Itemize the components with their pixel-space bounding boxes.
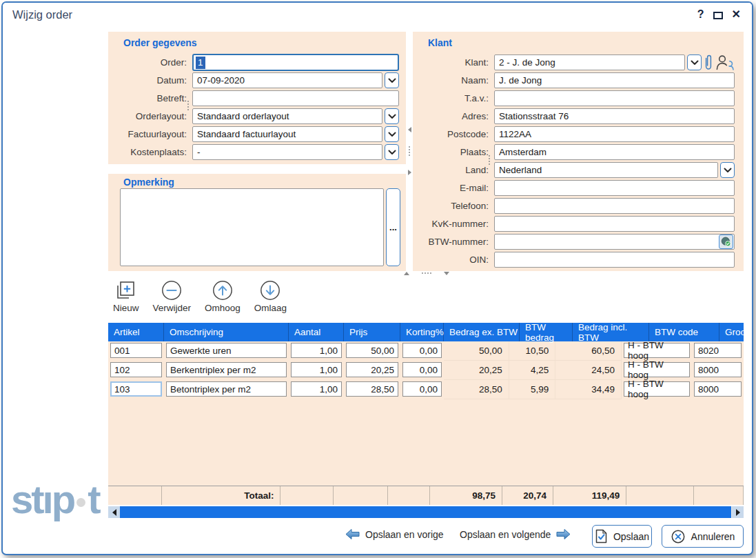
- factuurlayout-input[interactable]: Standaard factuurlayout: [192, 126, 382, 142]
- orderlayout-input[interactable]: Standaard orderlayout: [192, 108, 382, 124]
- horizontal-splitter[interactable]: [404, 270, 449, 277]
- cell-artikel[interactable]: 001: [110, 343, 162, 358]
- cancel-button[interactable]: Annuleren: [662, 525, 744, 548]
- klant-dropdown-button[interactable]: [687, 54, 702, 70]
- cell-aantal[interactable]: 1,00: [291, 381, 342, 397]
- oin-label: OIN:: [413, 255, 494, 265]
- scroll-right-button[interactable]: [732, 506, 744, 518]
- grid-toolbar: Nieuw Verwijder Omhoog Omlaag: [110, 278, 290, 315]
- datum-dropdown-button[interactable]: [385, 72, 399, 88]
- scroll-left-icon: [112, 509, 116, 516]
- col-header-btw-bedrag[interactable]: BTW bedrag: [520, 323, 573, 341]
- land-input[interactable]: Nederland: [494, 162, 718, 178]
- cell-btw-code[interactable]: H - BTW hoog: [624, 362, 690, 377]
- scroll-right-icon: [736, 509, 740, 516]
- col-header-bedrag-incl[interactable]: Bedrag incl. BTW: [573, 323, 649, 341]
- kostenplaats-input[interactable]: -: [192, 144, 382, 160]
- save-and-next-button[interactable]: Opslaan en volgende: [460, 528, 571, 540]
- cell-aantal[interactable]: 1,00: [291, 362, 342, 377]
- vertical-splitter[interactable]: [406, 127, 413, 175]
- cell-omschrijving[interactable]: Berkentriplex per m2: [166, 362, 287, 377]
- cell-artikel[interactable]: 102: [110, 362, 162, 377]
- land-row: Land: Nederland: [413, 162, 744, 178]
- oin-input[interactable]: [494, 252, 735, 268]
- minus-circle-icon: [160, 279, 183, 301]
- person-search-icon: [715, 54, 735, 70]
- delete-row-label: Verwijder: [153, 303, 192, 313]
- telefoon-input[interactable]: [494, 198, 735, 214]
- col-header-omschrijving[interactable]: Omschrijving: [164, 323, 289, 341]
- splitter-collapse-up-icon: [404, 272, 409, 275]
- col-header-grootboek[interactable]: Groo: [719, 323, 744, 341]
- cell-aantal[interactable]: 1,00: [291, 343, 342, 358]
- betreft-label: Betreft:: [108, 93, 192, 103]
- cell-korting[interactable]: 0,00: [402, 381, 442, 397]
- scroll-left-button[interactable]: [108, 506, 120, 518]
- tav-input[interactable]: [494, 90, 735, 106]
- cell-prijs[interactable]: 28,50: [346, 381, 398, 397]
- land-dropdown-button[interactable]: [720, 162, 735, 178]
- move-down-label: Omlaag: [254, 303, 287, 313]
- new-row-button[interactable]: Nieuw: [110, 278, 143, 315]
- cell-btw-code[interactable]: H - BTW hoog: [624, 381, 690, 397]
- save-button[interactable]: Opslaan: [592, 525, 652, 548]
- chevron-down-icon: [388, 150, 396, 155]
- btw-input[interactable]: [494, 234, 735, 250]
- total-empty: [108, 486, 162, 505]
- cell-btw-code[interactable]: H - BTW hoog: [624, 343, 690, 358]
- kvk-input[interactable]: [494, 216, 735, 232]
- cell-prijs[interactable]: 50,00: [346, 343, 398, 358]
- cell-bedrag-incl: 34,49: [555, 380, 622, 399]
- btw-row: BTW-nummer:: [413, 234, 744, 250]
- datum-label: Datum:: [108, 75, 192, 86]
- kostenplaats-dropdown-button[interactable]: [385, 144, 399, 160]
- help-button[interactable]: ?: [697, 8, 704, 21]
- cell-grootboek[interactable]: 8020: [694, 343, 742, 358]
- klant-combo-input[interactable]: 2 - J. de Jong: [494, 54, 685, 70]
- cell-omschrijving[interactable]: Gewerkte uren: [166, 343, 287, 358]
- cell-korting[interactable]: 0,00: [402, 343, 442, 358]
- email-label: E-mail:: [413, 183, 494, 193]
- save-and-previous-button[interactable]: Opslaan en vorige: [345, 528, 444, 540]
- email-input[interactable]: [494, 180, 735, 196]
- close-button[interactable]: ✕: [732, 8, 741, 21]
- betreft-input[interactable]: [192, 90, 399, 106]
- attachment-button[interactable]: [704, 53, 713, 72]
- opmerking-more-button[interactable]: ...: [386, 188, 400, 266]
- adres-input[interactable]: [494, 108, 735, 124]
- col-header-korting[interactable]: Korting%: [400, 323, 444, 341]
- scrollbar-thumb[interactable]: [120, 506, 731, 518]
- chevron-down-icon: [388, 78, 396, 83]
- cell-korting[interactable]: 0,00: [402, 362, 442, 377]
- kostenplaats-label: Kostenplaats:: [108, 147, 192, 157]
- factuurlayout-dropdown-button[interactable]: [385, 126, 399, 142]
- naam-input[interactable]: [494, 72, 735, 88]
- verified-check-icon: [721, 237, 731, 247]
- col-header-btw-code[interactable]: BTW code: [649, 323, 719, 341]
- cell-grootboek[interactable]: 8000: [694, 362, 742, 377]
- col-header-prijs[interactable]: Prijs: [344, 323, 400, 341]
- move-up-button[interactable]: Omhoog: [201, 278, 244, 315]
- cell-prijs[interactable]: 20,25: [346, 362, 398, 377]
- arrow-down-circle-icon: [258, 279, 282, 301]
- col-header-aantal[interactable]: Aantal: [289, 323, 344, 341]
- kvk-row: KvK-nummer:: [413, 216, 744, 232]
- postcode-input[interactable]: [494, 126, 735, 142]
- delete-row-button[interactable]: Verwijder: [150, 278, 195, 315]
- orderlayout-dropdown-button[interactable]: [385, 108, 399, 124]
- move-down-button[interactable]: Omlaag: [251, 278, 290, 315]
- order-input[interactable]: 1: [192, 54, 399, 71]
- cancel-label: Annuleren: [691, 531, 735, 542]
- table-row: 001 Gewerkte uren 1,00 50,00 0,00 50,00 …: [108, 341, 744, 361]
- maximize-button[interactable]: [713, 12, 723, 19]
- col-header-bedrag-ex[interactable]: Bedrag ex. BTW: [444, 323, 520, 341]
- cell-omschrijving[interactable]: Betontriplex per m2: [166, 381, 287, 397]
- datum-input[interactable]: 07-09-2020: [192, 72, 382, 88]
- opmerking-textarea[interactable]: [120, 188, 384, 266]
- col-header-artikel[interactable]: Artikel: [108, 323, 164, 341]
- cell-artikel-focused[interactable]: 103: [110, 381, 162, 397]
- plaats-input[interactable]: [494, 144, 735, 160]
- cell-grootboek[interactable]: 8000: [694, 381, 742, 397]
- btw-validate-button[interactable]: [719, 235, 733, 249]
- contacts-button[interactable]: [715, 54, 735, 70]
